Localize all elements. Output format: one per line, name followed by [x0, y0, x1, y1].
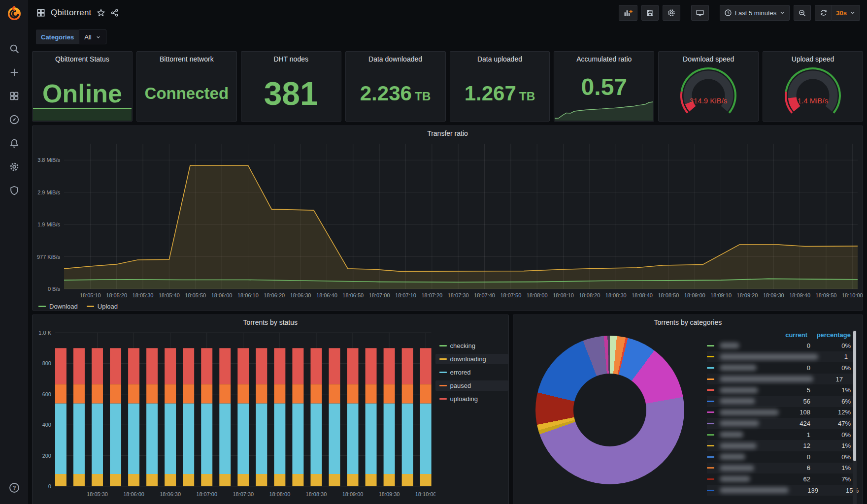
cycle-view-button[interactable] — [691, 5, 709, 21]
panel-data-downloaded: Data downloaded 2.236TB — [345, 51, 446, 122]
refresh-button[interactable] — [815, 5, 832, 21]
variable-label-categories[interactable]: Categories — [36, 30, 79, 44]
table-row[interactable]: 172% — [707, 374, 856, 385]
panel-title[interactable]: Torrents by status — [33, 315, 508, 328]
refresh-interval-picker[interactable]: 30s — [832, 5, 860, 21]
table-row[interactable]: 10% — [707, 351, 856, 363]
sidebar-item-create[interactable] — [3, 63, 25, 82]
legend-item-upload[interactable]: Upload — [87, 303, 118, 310]
table-row[interactable]: 13915% — [707, 485, 856, 496]
svg-text:18:08:30: 18:08:30 — [306, 491, 327, 497]
share-icon[interactable] — [110, 8, 119, 17]
table-row[interactable]: 00% — [707, 340, 856, 351]
sidebar-item-configuration[interactable] — [3, 158, 25, 176]
stacked-bar-segment — [201, 348, 212, 384]
variable-value-dropdown[interactable]: All — [79, 30, 106, 44]
panel-title[interactable]: Torrents by categories — [513, 315, 863, 328]
svg-text:18:09:30: 18:09:30 — [379, 491, 400, 497]
panel-upload-speed: Upload speed 1.4 MiB/s — [763, 51, 863, 122]
legend-label: Upload — [98, 303, 118, 310]
panel-title[interactable]: Transfer ratio — [33, 126, 863, 139]
percentage-value: 1% — [812, 464, 851, 472]
save-dashboard-button[interactable] — [641, 5, 659, 21]
legend-item-paused[interactable]: paused — [435, 380, 508, 391]
table-row[interactable]: 00% — [707, 362, 856, 374]
sidebar-item-search[interactable] — [3, 39, 25, 58]
legend-item-uploading[interactable]: uploading — [435, 394, 508, 404]
panel-title[interactable]: Download speed — [659, 52, 758, 64]
legend-label: paused — [450, 382, 471, 389]
table-scrollbar[interactable] — [853, 330, 857, 504]
svg-text:18:06:00: 18:06:00 — [211, 292, 233, 298]
transfer-ratio-chart[interactable]: 18:05:1018:05:2018:05:3018:05:4018:05:50… — [33, 139, 863, 302]
stacked-bar-segment — [310, 384, 322, 404]
category-label-redacted — [720, 354, 818, 360]
paused-swatch — [439, 385, 447, 386]
sidebar-item-explore[interactable] — [3, 110, 25, 129]
stacked-bar-segment — [237, 404, 249, 474]
tv-icon — [696, 8, 704, 17]
panel-title[interactable]: Bittorrent network — [137, 52, 236, 64]
table-row[interactable]: 10812% — [707, 407, 856, 418]
page-title[interactable]: Qbittorrent — [51, 8, 92, 18]
sidebar-item-dashboards[interactable] — [3, 87, 25, 105]
table-row[interactable]: 10% — [707, 429, 856, 441]
legend-item-checking[interactable]: checking — [435, 341, 508, 351]
category-swatch — [707, 478, 714, 480]
panel-torrents-by-categories: Torrents by categories current percenta — [513, 315, 863, 504]
panel-title[interactable]: Upload speed — [763, 52, 863, 64]
dashboard-squares-icon[interactable] — [36, 8, 46, 18]
stacked-bar-segment — [329, 384, 340, 404]
download-swatch — [38, 306, 46, 307]
time-range-picker[interactable]: Last 5 minutes — [720, 5, 790, 21]
table-row[interactable]: 51% — [707, 384, 856, 396]
category-swatch — [707, 456, 714, 458]
zoom-out-time-button[interactable] — [794, 5, 811, 21]
grafana-flame-icon — [6, 5, 23, 22]
panel-title[interactable]: Data uploaded — [450, 52, 550, 64]
svg-text:18:05:40: 18:05:40 — [159, 292, 180, 298]
legend-item-errored[interactable]: errored — [435, 367, 508, 378]
add-panel-button[interactable] — [619, 5, 637, 21]
table-row[interactable]: 42447% — [707, 418, 856, 429]
category-label-redacted — [720, 454, 745, 460]
star-icon[interactable] — [97, 8, 105, 17]
column-header-current[interactable]: current — [776, 331, 807, 339]
svg-text:18:05:50: 18:05:50 — [185, 292, 206, 298]
legend-item-download[interactable]: Download — [38, 303, 78, 310]
table-row[interactable]: 121% — [707, 440, 856, 451]
panel-title[interactable]: Accumulated ratio — [554, 52, 654, 64]
stacked-bar-segment — [402, 348, 413, 384]
table-row[interactable]: 61% — [707, 463, 856, 474]
scrollbar-thumb[interactable] — [853, 331, 856, 461]
percentage-value: 1% — [812, 386, 851, 394]
torrents-by-status-chart[interactable]: 02004006008001.0 K18:05:3018:06:0018:06:… — [33, 328, 435, 504]
stacked-bar-segment — [420, 384, 432, 404]
svg-text:18:09:00: 18:09:00 — [342, 491, 364, 497]
current-value: 424 — [783, 420, 810, 427]
table-row[interactable]: 566% — [707, 396, 856, 407]
stacked-bar-segment — [128, 384, 139, 404]
panel-title[interactable]: DHT nodes — [241, 52, 341, 64]
legend-label: checking — [450, 342, 475, 349]
categories-donut-chart[interactable] — [535, 336, 684, 484]
sidebar-item-help[interactable]: ? — [3, 478, 25, 497]
panel-title[interactable]: Qbittorrent Status — [33, 52, 132, 64]
table-row[interactable]: 00% — [707, 451, 856, 463]
stacked-bar-segment — [183, 348, 194, 384]
table-row[interactable]: 627% — [707, 473, 856, 485]
category-label-redacted — [720, 365, 757, 371]
dashboard-settings-button[interactable] — [663, 5, 680, 21]
svg-text:18:07:40: 18:07:40 — [474, 292, 495, 298]
uploading-swatch — [439, 398, 447, 400]
grafana-logo[interactable] — [0, 0, 28, 27]
variables-submenu: Categories All — [28, 26, 867, 44]
sidebar-item-server-admin[interactable] — [3, 181, 25, 200]
legend-item-downloading[interactable]: downloading — [435, 354, 508, 364]
sidebar-item-alerting[interactable] — [3, 134, 25, 153]
clock-icon — [724, 9, 732, 17]
column-header-percentage[interactable]: percentage — [809, 331, 851, 339]
svg-text:800: 800 — [42, 360, 51, 366]
data-downloaded-value: 2.236TB — [360, 83, 431, 104]
panel-title[interactable]: Data downloaded — [346, 52, 445, 64]
